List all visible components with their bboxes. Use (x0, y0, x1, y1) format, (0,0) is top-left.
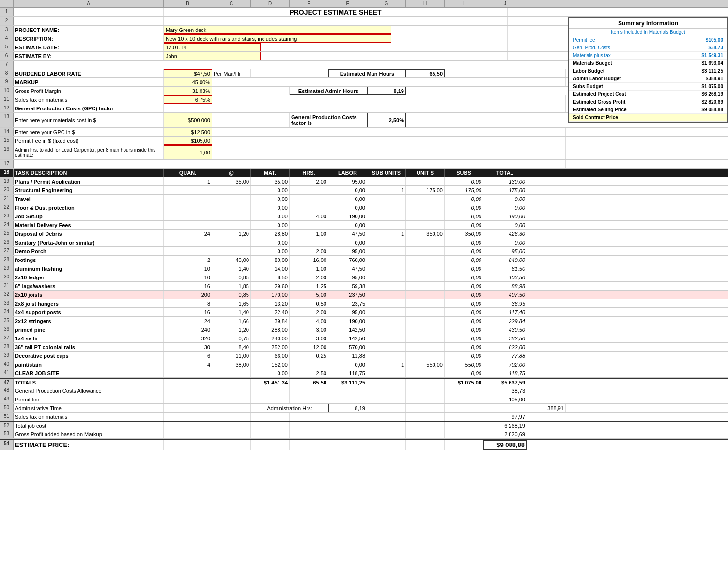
admin-hrs-label: Admin hrs. to add for Lead Carpenter, pe… (14, 145, 164, 159)
permit-fee-value[interactable]: $105,00 (164, 137, 212, 145)
summary-row-project-cost: Estimated Project Cost $6 268,19 (569, 91, 727, 98)
estimate-by-label: ESTIMATE BY: (14, 52, 164, 60)
row-50: 50 Administrative Time Administration Hr… (0, 404, 728, 413)
cell-b2 (164, 17, 391, 25)
table-row: 21 Travel 0,00 0,00 0,00 0,00 (0, 195, 728, 203)
summary-labor-value: $3 111,25 (702, 68, 724, 74)
table-row: 33 2x8 joist hangers 8 1,65 13,20 0,50 2… (0, 299, 728, 308)
table-row: 39 Decorative post caps 6 11,00 66,00 0,… (0, 352, 728, 360)
description-input[interactable]: New 10 x 10 deck with rails and stairs, … (164, 34, 391, 43)
row-14: 14 Enter here your GPC in $ $12 500 (0, 128, 728, 137)
summary-admin-value: $388,91 (706, 76, 723, 81)
summary-mat-tax-label: Materials plus tax (573, 53, 611, 58)
row-54: 54 ESTIMATE PRICE: $9 088,88 (0, 439, 728, 450)
labor-rate-value[interactable]: $47,50 (164, 69, 212, 77)
labor-rate-unit: Per Man/Hr (212, 69, 251, 77)
project-title: PROJECT ESTIMATE SHEET (164, 8, 508, 16)
permit-fee-row-label: Permit fee (14, 395, 164, 403)
summary-row-mat-budget: Materials Budget $1 693,04 (569, 60, 727, 67)
cell-a7 (14, 61, 454, 69)
table-row: 30 2x10 ledger 10 0,85 8,50 2,00 95,00 0… (0, 273, 728, 282)
admin-hrs-value[interactable]: 1,00 (164, 145, 212, 159)
sales-tax-label: Sales tax on materials (14, 95, 164, 104)
est-man-hours-label: Estimated Man Hours (328, 69, 406, 77)
cell-e4 (391, 34, 508, 43)
summary-row-mat-tax: Materials plus tax $1 549,31 (569, 52, 727, 60)
summary-gross-profit-value: $2 820,69 (702, 99, 724, 105)
cell-b12 (164, 104, 566, 112)
gpm-value: 31,03% (164, 87, 212, 95)
row-52: 52 Total job cost 6 268,19 (0, 421, 728, 430)
cell-a17 (14, 160, 566, 168)
header-labor: LABOR (328, 169, 367, 177)
col-header-a: A (14, 0, 164, 7)
col-header-g: G (367, 0, 406, 7)
estimate-price-label: ESTIMATE PRICE: (14, 440, 164, 450)
summary-subtitle: Items Included in Materials Budget (569, 29, 727, 36)
gpc-label: General Production Costs (GPC) factor (14, 104, 164, 112)
sales-tax-row-label: Sales tax on materials (14, 413, 164, 421)
summary-mat-budget-label: Materials Budget (573, 61, 612, 66)
cell-a2 (14, 17, 164, 25)
summary-permit-value: $105,00 (706, 37, 723, 43)
est-man-hours-value: 65,50 (406, 69, 445, 77)
summary-row-selling-price: Estimated Selling Price $9 088,88 (569, 106, 727, 114)
table-row: 34 4x4 support posts 16 1,40 22,40 2,00 … (0, 308, 728, 317)
labor-rate-label: BURDENED LABOR RATE (14, 69, 164, 77)
row-2: 2 Summary Information Items Included in … (0, 17, 728, 26)
admin-hrs-value-row: 8,19 (328, 404, 367, 412)
corner-cell (0, 0, 14, 7)
table-row: 23 Job Set-up 0,00 4,00 190,00 0,00 190,… (0, 212, 728, 221)
header-unit-s: UNIT $ (406, 169, 445, 177)
gpc-factor-label: General Production Costs factor is (290, 113, 367, 127)
col-header-h: H (406, 0, 445, 7)
header-at: @ (212, 169, 251, 177)
summary-row-admin-budget: Admin Labor Budget $388,91 (569, 75, 727, 83)
cell-d8 (251, 69, 328, 77)
cell-g13 (406, 113, 527, 127)
summary-selling-price-value: $9 088,88 (702, 107, 724, 112)
table-row: 22 Floor & Dust protection 0,00 0,00 0,0… (0, 203, 728, 212)
mat-cost-value[interactable]: $500 000 (164, 113, 212, 127)
est-admin-hours-label: Estimated Admin Hours (290, 87, 367, 95)
header-mat: MAT. (251, 169, 290, 177)
col-header-j: J (483, 0, 527, 7)
header-quan: QUAN. (164, 169, 212, 177)
markup-value[interactable]: 45,00% (164, 78, 212, 86)
estimate-date-label: ESTIMATE DATE: (14, 43, 164, 51)
table-row: 25 Disposal of Debris 24 1,20 28,80 1,00… (0, 230, 728, 238)
cell-c9 (212, 78, 566, 86)
table-row: 32 2x10 joists 200 0,85 170,00 5,00 237,… (0, 291, 728, 299)
permit-fee-row-value: 105,00 (483, 395, 527, 403)
summary-labor-label: Labor Budget (573, 68, 604, 74)
cell-c14 (212, 128, 566, 136)
estimate-by-input[interactable]: John (164, 52, 261, 60)
table-row: 28 footings 2 40,00 80,00 16,00 760,00 0… (0, 256, 728, 264)
totals-hrs: 65,50 (290, 379, 328, 386)
total-job-cost-label: Total job cost (14, 422, 164, 430)
markup-label: MARKUP (14, 78, 164, 86)
row-49: 49 Permit fee 105,00 (0, 395, 728, 404)
estimate-date-input[interactable]: 12.01.14 (164, 43, 261, 51)
column-header-row: A B C D E F G H I J (0, 0, 728, 8)
sales-tax-value[interactable]: 6,75% (164, 95, 212, 104)
col-header-b: B (164, 0, 212, 7)
summary-row-labor-budget: Labor Budget $3 111,25 (569, 67, 727, 75)
table-row: 20 Structural Engineering 0,00 0,00 1 17… (0, 186, 728, 195)
cell-c5 (261, 43, 508, 51)
cell-a1 (14, 8, 164, 16)
col-header-e: E (290, 0, 328, 7)
row-48: 48 General Production Costs Allowance 38… (0, 386, 728, 395)
sales-tax-row-value: 97,97 (483, 413, 527, 421)
project-name-label: PROJECT NAME: (14, 26, 164, 34)
summary-project-cost-label: Estimated Project Cost (573, 92, 626, 97)
project-name-input[interactable]: Mary Green deck (164, 26, 391, 34)
table-row: 31 6" lags/washers 16 1,85 29,60 1,25 59… (0, 282, 728, 291)
gpc-cost-value[interactable]: $12 500 (164, 128, 212, 136)
row-53: 53 Gross Profit added based on Markup 2 … (0, 430, 728, 439)
total-job-cost-value: 6 268,19 (483, 422, 527, 430)
col-header-i: I (445, 0, 483, 7)
header-total: TOTAL (483, 169, 527, 177)
cell-c10 (212, 87, 290, 95)
table-row: 24 Material Delivery Fees 0,00 0,00 0,00… (0, 221, 728, 230)
